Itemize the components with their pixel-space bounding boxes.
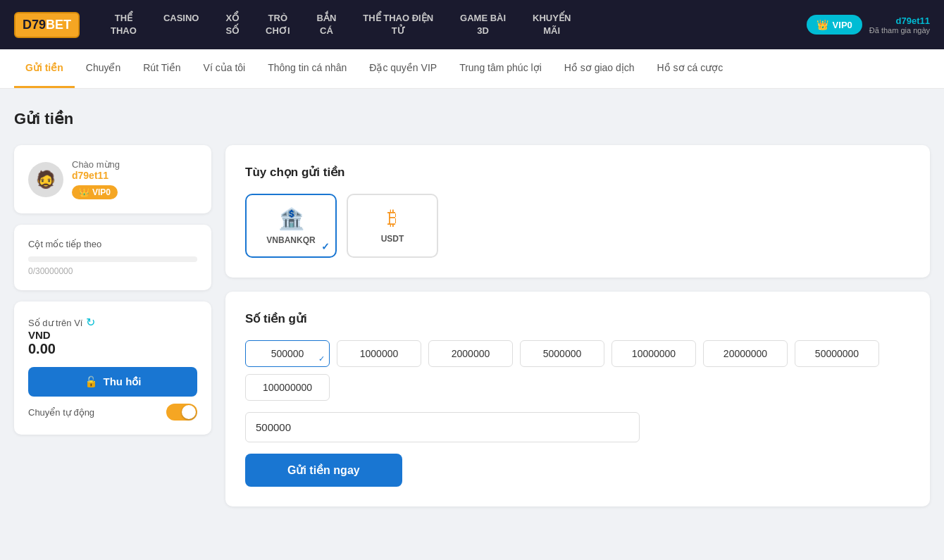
header-username[interactable]: d79et11 bbox=[869, 15, 930, 26]
usdt-label: USDT bbox=[362, 234, 423, 244]
vnbankqr-check: ✓ bbox=[321, 241, 330, 252]
milestone-label: Cột mốc tiếp theo bbox=[28, 239, 197, 249]
amount-btn-5000000[interactable]: 5000000 bbox=[520, 340, 604, 367]
thu-hoi-label: Thu hồi bbox=[104, 375, 142, 388]
tab-trung-tam-phuc-loi[interactable]: Trung tâm phúc lợi bbox=[448, 49, 553, 88]
progress-text: 0/30000000 bbox=[28, 266, 197, 276]
payment-options-list: 🏦 VNBANKQR ✓ ₿ USDT bbox=[245, 194, 910, 258]
main-nav: THỂTHAO CASINO XỔSỐ TRÒCHƠI BẮNCÁ THỂ TH… bbox=[101, 6, 785, 43]
crown-icon: 👑 bbox=[816, 19, 828, 30]
balance-label: Số dư trên Ví bbox=[28, 318, 82, 328]
nav-tro-choi[interactable]: TRÒCHƠI bbox=[256, 6, 299, 43]
payment-option-vnbankqr[interactable]: 🏦 VNBANKQR ✓ bbox=[245, 194, 337, 258]
nav-xo-so[interactable]: XỔSỐ bbox=[216, 6, 249, 43]
user-display-name[interactable]: d79et11 bbox=[72, 170, 120, 181]
nav-casino[interactable]: CASINO bbox=[154, 6, 209, 43]
vnbankqr-icon: 🏦 bbox=[261, 206, 321, 231]
amount-card: Số tiền gửi 500000 1000000 2000000 50000… bbox=[225, 292, 930, 506]
logo[interactable]: D79BET bbox=[14, 12, 80, 38]
amount-btn-500000[interactable]: 500000 bbox=[245, 340, 330, 367]
submit-button[interactable]: Gửi tiền ngay bbox=[245, 454, 402, 487]
auto-transfer-toggle[interactable] bbox=[166, 404, 197, 421]
user-details: Chào mừng d79et11 👑 VIP0 bbox=[72, 159, 120, 199]
tab-thong-tin-ca-nhan[interactable]: Thông tin cá nhân bbox=[256, 49, 358, 88]
user-card: 🧔 Chào mừng d79et11 👑 VIP0 bbox=[14, 145, 211, 213]
thu-hoi-button[interactable]: 🔓 Thu hồi bbox=[28, 367, 197, 397]
progress-bar bbox=[28, 256, 197, 262]
crown-small-icon: 👑 bbox=[79, 187, 89, 197]
amount-btn-20000000[interactable]: 20000000 bbox=[703, 340, 788, 367]
page-content: Gửi tiền 🧔 Chào mừng d79et11 👑 VIP0 Cột … bbox=[0, 89, 944, 528]
tab-rut-tien[interactable]: Rút Tiền bbox=[132, 49, 192, 88]
page-title: Gửi tiền bbox=[14, 110, 930, 128]
nav-khuyen-mai[interactable]: KHUYẾNMÃI bbox=[523, 6, 580, 43]
tab-vi-cua-toi[interactable]: Ví của tôi bbox=[192, 49, 257, 88]
amount-btn-50000000[interactable]: 50000000 bbox=[795, 340, 879, 367]
thu-hoi-icon: 🔓 bbox=[85, 375, 98, 388]
amount-btn-1000000[interactable]: 1000000 bbox=[337, 340, 421, 367]
avatar: 🧔 bbox=[28, 162, 63, 197]
vip-label: VIP0 bbox=[833, 20, 852, 30]
usdt-btc-icon: ₿ bbox=[362, 206, 423, 230]
amount-section-title: Số tiền gửi bbox=[245, 311, 910, 326]
payment-option-usdt[interactable]: ₿ USDT bbox=[347, 194, 438, 258]
amount-btn-100000000[interactable]: 100000000 bbox=[245, 374, 330, 401]
nav-the-thao[interactable]: THỂTHAO bbox=[101, 6, 147, 43]
milestone-card: Cột mốc tiếp theo 0/30000000 bbox=[14, 225, 211, 290]
nav-the-thao-dien-tu[interactable]: THỂ THAO ĐIỆNTỬ bbox=[353, 6, 443, 43]
balance-amount: 0.00 bbox=[28, 341, 197, 357]
nav-ban-ca[interactable]: BẮNCÁ bbox=[307, 6, 347, 43]
tab-ho-so-giao-dich[interactable]: Hồ sơ giao dịch bbox=[553, 49, 646, 88]
tab-dac-quyen-vip[interactable]: Đặc quyền VIP bbox=[358, 49, 448, 88]
right-panel: Tùy chọn gửi tiền 🏦 VNBANKQR ✓ ₿ USDT Số… bbox=[225, 145, 930, 506]
refresh-icon[interactable]: ↻ bbox=[86, 316, 95, 328]
amount-btn-10000000[interactable]: 10000000 bbox=[611, 340, 696, 367]
header: D79BET THỂTHAO CASINO XỔSỐ TRÒCHƠI BẮNCÁ… bbox=[0, 0, 944, 49]
balance-card: Số dư trên Ví ↻ VND 0.00 🔓 Thu hồi Chuyể… bbox=[14, 301, 211, 435]
balance-header: Số dư trên Ví ↻ bbox=[28, 316, 197, 329]
tab-ho-so-ca-cuoc[interactable]: Hồ sơ cá cược bbox=[646, 49, 735, 88]
amount-input[interactable] bbox=[245, 412, 640, 442]
header-right: 👑 VIP0 d79et11 Đã tham gia ngày bbox=[807, 15, 930, 35]
vip-tag-label: VIP0 bbox=[92, 187, 111, 197]
tab-chuyen[interactable]: Chuyển bbox=[75, 49, 132, 88]
vip-badge[interactable]: 👑 VIP0 bbox=[807, 15, 862, 35]
toggle-knob bbox=[182, 405, 196, 419]
sub-nav: Gửi tiền Chuyển Rút Tiền Ví của tôi Thôn… bbox=[0, 49, 944, 89]
main-layout: 🧔 Chào mừng d79et11 👑 VIP0 Cột mốc tiếp … bbox=[14, 145, 930, 506]
greeting-text: Chào mừng bbox=[72, 159, 120, 170]
auto-transfer: Chuyển tự động bbox=[28, 397, 197, 421]
vip-tag: 👑 VIP0 bbox=[72, 185, 118, 199]
nav-game-bai-3d[interactable]: GAME BÀI3D bbox=[450, 6, 516, 43]
user-info: d79et11 Đã tham gia ngày bbox=[869, 15, 930, 35]
header-subtitle: Đã tham gia ngày bbox=[869, 26, 930, 35]
tab-gui-tien[interactable]: Gửi tiền bbox=[14, 49, 75, 88]
currency-label: VND bbox=[28, 329, 197, 341]
payment-section-title: Tùy chọn gửi tiền bbox=[245, 165, 910, 180]
payment-options-card: Tùy chọn gửi tiền 🏦 VNBANKQR ✓ ₿ USDT bbox=[225, 145, 930, 278]
amount-btn-2000000[interactable]: 2000000 bbox=[428, 340, 513, 367]
left-panel: 🧔 Chào mừng d79et11 👑 VIP0 Cột mốc tiếp … bbox=[14, 145, 211, 506]
vnbankqr-label: VNBANKQR bbox=[261, 235, 321, 245]
auto-transfer-label: Chuyển tự động bbox=[28, 407, 94, 418]
amount-grid: 500000 1000000 2000000 5000000 10000000 … bbox=[245, 340, 910, 401]
